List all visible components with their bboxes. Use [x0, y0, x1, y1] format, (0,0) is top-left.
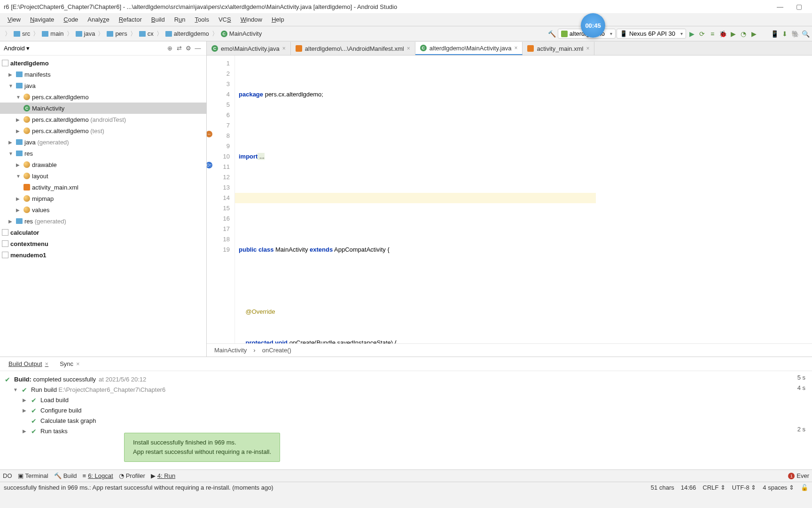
tool-profiler[interactable]: ◔ Profiler	[119, 472, 145, 479]
tool-build[interactable]: 🔨 Build	[54, 472, 77, 479]
tool-terminal[interactable]: ▣ Terminal	[18, 472, 48, 479]
package-icon	[23, 195, 30, 202]
breadcrumb-chain[interactable]: 〉src 〉main 〉java 〉pers 〉cx 〉alterdlgdemo…	[2, 30, 264, 38]
run-icon[interactable]: ▶	[687, 29, 696, 39]
menu-help[interactable]: Help	[268, 15, 288, 24]
hide-icon[interactable]: —	[193, 45, 203, 52]
xml-icon	[23, 184, 30, 190]
override-gutter-icon[interactable]: ↔	[207, 131, 212, 137]
close-icon[interactable]: ×	[514, 45, 517, 51]
elephant-icon[interactable]: 🐘	[790, 29, 800, 39]
status-encoding[interactable]: UTF-8 ⇕	[732, 484, 756, 491]
class-icon: C	[23, 105, 30, 111]
status-message: successfully finished in 969 ms.: App re…	[4, 484, 273, 491]
build-body[interactable]: ✔Build: completed successfully at 2021/5…	[0, 371, 812, 469]
breadcrumb-class[interactable]: MainActivity	[214, 347, 247, 354]
tree-drawable[interactable]: ▶drawable	[0, 159, 206, 170]
close-icon[interactable]: ×	[586, 45, 589, 52]
menu-run[interactable]: Run	[171, 15, 189, 24]
tree-manifests[interactable]: ▶manifests	[0, 69, 206, 80]
tree-mipmap[interactable]: ▶mipmap	[0, 193, 206, 204]
close-icon[interactable]: ×	[282, 45, 286, 52]
tool-logcat[interactable]: ≡ 6: Logcat	[83, 472, 113, 479]
status-bar: successfully finished in 969 ms.: App re…	[0, 482, 812, 493]
tree-menudemo1[interactable]: menudemo1	[0, 249, 206, 261]
menu-build[interactable]: Build	[148, 15, 169, 24]
select-opened-icon[interactable]: ⊕	[165, 45, 174, 52]
make-project-icon[interactable]: 🔨	[547, 29, 557, 39]
status-selection: 51 chars	[651, 484, 674, 491]
close-icon[interactable]: ×	[45, 360, 49, 367]
menu-analyze[interactable]: Analyze	[84, 15, 113, 24]
project-tree[interactable]: alterdlgdemo ▶manifests ▼java ▼pers.cx.a…	[0, 56, 206, 357]
tab-androidmanifest[interactable]: alterdlgdemo\...\AndroidManifest.xml×	[291, 42, 415, 55]
debug-icon[interactable]: 🐞	[718, 29, 727, 39]
project-view-selector[interactable]: Android ▾	[4, 45, 30, 52]
minimize-button[interactable]: —	[771, 3, 789, 10]
tree-pkg-main[interactable]: ▼pers.cx.alterdlgdemo	[0, 91, 206, 103]
timer-badge: 00:45	[581, 13, 605, 38]
tool-run[interactable]: ▶ 4: Run	[151, 472, 175, 479]
check-icon: ✔	[5, 376, 11, 382]
menu-view[interactable]: View	[4, 15, 24, 24]
code-editor[interactable]: 1234567 8↔ 910 11O↑ 1213141516171819 pac…	[207, 56, 812, 343]
tab-activity-main-xml[interactable]: activity_main.xml×	[523, 42, 594, 55]
tree-values[interactable]: ▶values	[0, 204, 206, 215]
coverage-icon[interactable]: ▶	[728, 29, 738, 39]
menu-tools[interactable]: Tools	[191, 15, 213, 24]
profile-icon[interactable]: ◔	[739, 29, 748, 39]
tab-mainactivity-1[interactable]: Cemo\MainActivity.java×	[207, 42, 291, 55]
tree-res[interactable]: ▼res	[0, 148, 206, 159]
tool-todo[interactable]: DO	[3, 472, 12, 479]
project-panel-header: Android ▾ ⊕ ⇄ ⚙ —	[0, 41, 206, 56]
tree-mainactivity[interactable]: CMainActivity	[0, 103, 206, 114]
status-line-separator[interactable]: CRLF ⇕	[703, 484, 726, 491]
menu-navigate[interactable]: Navigate	[26, 15, 58, 24]
sdk-manager-icon[interactable]: ⬇	[780, 29, 789, 39]
tree-res-gen[interactable]: ▶res (generated)	[0, 215, 206, 227]
menu-refactor[interactable]: Refactor	[115, 15, 146, 24]
tab-mainactivity-2[interactable]: Calterdlgdemo\MainActivity.java×	[415, 42, 523, 55]
close-icon[interactable]: ×	[76, 360, 80, 367]
tree-layout[interactable]: ▼layout	[0, 170, 206, 182]
apply-changes-icon[interactable]: ⟳	[697, 29, 707, 39]
gutter[interactable]: 1234567 8↔ 910 11O↑ 1213141516171819	[207, 56, 235, 343]
check-icon: ✔	[31, 417, 38, 424]
build-tab-output[interactable]: Build Output×	[4, 359, 53, 369]
install-toast: Install successfully finished in 969 ms.…	[124, 433, 280, 462]
tree-calculator[interactable]: calculator	[0, 227, 206, 238]
search-icon[interactable]: 🔍	[801, 29, 810, 39]
status-indent[interactable]: 4 spaces ⇕	[763, 484, 794, 491]
tree-java[interactable]: ▼java	[0, 80, 206, 91]
menu-window[interactable]: Window	[237, 15, 266, 24]
menu-code[interactable]: Code	[60, 15, 82, 24]
folder-icon	[14, 31, 20, 37]
tree-pkg-androidtest[interactable]: ▶pers.cx.alterdlgdemo (androidTest)	[0, 114, 206, 125]
breadcrumb-method[interactable]: onCreate()	[262, 347, 291, 354]
tree-module[interactable]: alterdlgdemo	[0, 57, 206, 69]
stop-icon[interactable]	[759, 29, 769, 39]
attach-debugger-icon[interactable]: ▶	[749, 29, 758, 39]
close-icon[interactable]: ×	[407, 45, 410, 52]
menu-vcs[interactable]: VCS	[215, 15, 235, 24]
expand-all-icon[interactable]: ⇄	[174, 45, 184, 52]
code-body[interactable]: package pers.cx.alterdlgdemo; import ...…	[235, 56, 812, 343]
status-caret-position[interactable]: 14:66	[681, 484, 696, 491]
maximize-button[interactable]: ▢	[789, 3, 808, 10]
tree-contextmenu[interactable]: contextmenu	[0, 238, 206, 249]
status-readonly-icon[interactable]: 🔓	[801, 484, 808, 491]
gear-icon[interactable]: ⚙	[184, 45, 193, 52]
device-icon: 📱	[620, 30, 627, 37]
tree-java-gen[interactable]: ▶java (generated)	[0, 136, 206, 148]
editor-breadcrumb[interactable]: MainActivity › onCreate()	[207, 343, 812, 357]
tool-event-log[interactable]: 1 Ever	[788, 472, 809, 479]
apply-code-icon[interactable]: ≡	[708, 29, 717, 39]
tree-activity-main-xml[interactable]: activity_main.xml	[0, 182, 206, 193]
tree-pkg-test[interactable]: ▶pers.cx.alterdlgdemo (test)	[0, 125, 206, 136]
override-up-icon[interactable]: O↑	[207, 162, 212, 168]
build-tab-sync[interactable]: Sync×	[55, 359, 85, 369]
error-count-badge: 1	[788, 473, 795, 479]
chevron-right-icon: ›	[253, 347, 255, 354]
avd-manager-icon[interactable]: 📱	[770, 29, 779, 39]
device-dropdown[interactable]: 📱 Nexus 6P API 30	[617, 29, 686, 39]
